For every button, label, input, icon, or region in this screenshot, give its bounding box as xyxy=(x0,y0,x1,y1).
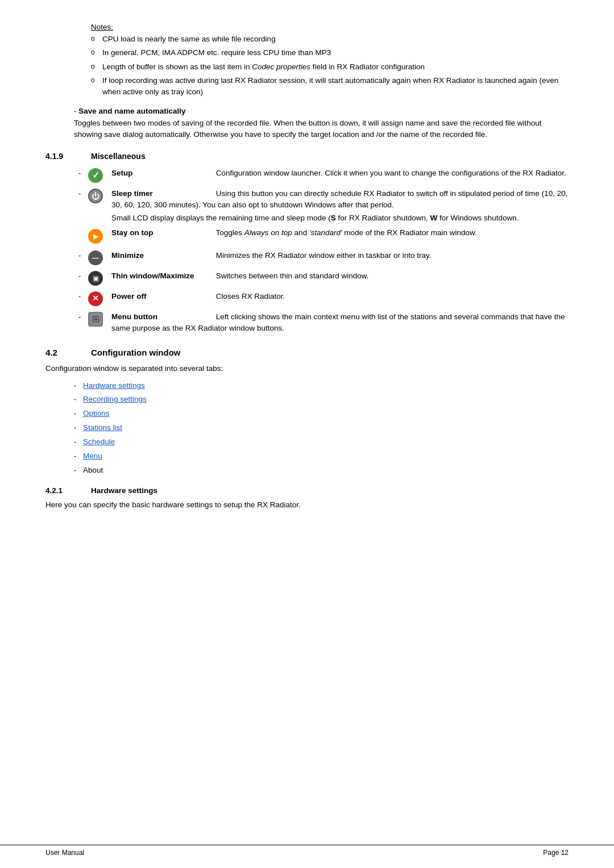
item-dash-min: - xyxy=(74,250,85,261)
menu-icon xyxy=(88,311,103,327)
save-dash: - xyxy=(74,107,78,115)
minimize-desc: Minimizes the RX Radiator window either … xyxy=(216,251,432,260)
stay-desc: Toggles Always on top and 'standard' mod… xyxy=(216,228,477,237)
options-link[interactable]: Options xyxy=(83,409,110,418)
stay-label: Stay on top xyxy=(111,228,214,237)
minimize-label: Minimize xyxy=(111,250,214,261)
footer-right: Page 12 xyxy=(543,849,569,857)
stations-link[interactable]: Stations list xyxy=(83,423,122,432)
section-42-number: 4.2 xyxy=(45,348,91,357)
tab-schedule: Schedule xyxy=(74,436,569,449)
section-42-heading: 4.2 Configuration window xyxy=(45,348,569,357)
save-description: Toggles between two modes of saving of t… xyxy=(74,119,541,139)
setup-content: Setup Configuration window launcher. Cli… xyxy=(111,168,569,179)
menu-tab-link[interactable]: Menu xyxy=(83,452,102,460)
schedule-link[interactable]: Schedule xyxy=(83,437,115,446)
section-421-number: 4.2.1 xyxy=(45,486,91,495)
tab-about: About xyxy=(74,464,569,477)
minimize-content: Minimize Minimizes the RX Radiator windo… xyxy=(111,250,569,261)
thin-desc: Switches between thin and standard windo… xyxy=(216,272,369,280)
hardware-description: Here you can specify the basic hardware … xyxy=(45,499,569,511)
menu-label: Menu button xyxy=(111,311,214,323)
stay-icon xyxy=(88,228,103,244)
config-intro: Configuration window is separated into s… xyxy=(45,363,569,374)
tab-recording: Recording settings xyxy=(74,393,569,406)
notes-label: Notes: xyxy=(91,23,113,31)
section-419-title: Miscellaneous xyxy=(91,152,146,161)
power-label: Power off xyxy=(111,291,214,302)
item-dash-menu: - xyxy=(74,311,85,323)
sleep-extra: Small LCD display displays the remaining… xyxy=(111,212,569,224)
notes-item-1: CPU load is nearly the same as while fil… xyxy=(91,34,569,45)
notes-item-2: In general, PCM, IMA ADPCM etc. require … xyxy=(91,47,569,59)
tab-options: Options xyxy=(74,407,569,420)
tab-menu: Menu xyxy=(74,450,569,463)
power-desc: Closes RX Radiator. xyxy=(216,292,285,301)
thin-content: Thin window/Maximize Switches between th… xyxy=(111,270,569,282)
save-title: Save and name automatically xyxy=(78,107,185,115)
sleep-content: Sleep timer Using this button you can di… xyxy=(111,188,569,224)
item-dash-thin: - xyxy=(74,270,85,282)
setup-icon xyxy=(88,168,103,183)
hardware-link[interactable]: Hardware settings xyxy=(83,381,145,390)
section-419-heading: 4.1.9 Miscellaneous xyxy=(45,152,569,161)
item-menu: - Menu button Left clicking shows the ma… xyxy=(74,311,569,335)
tab-hardware: Hardware settings xyxy=(74,379,569,393)
sleep-label: Sleep timer xyxy=(111,188,214,199)
minimize-icon xyxy=(88,250,103,266)
section-421: 4.2.1 Hardware settings Here you can spe… xyxy=(45,486,569,511)
footer-left: User Manual xyxy=(45,849,84,857)
sleep-icon xyxy=(88,188,103,204)
item-dash-power: - xyxy=(74,291,85,302)
setup-label: Setup xyxy=(111,168,214,179)
notes-item-3: Length of buffer is shown as the last it… xyxy=(91,61,569,73)
notes-list: CPU load is nearly the same as while fil… xyxy=(91,34,569,98)
page-footer: User Manual Page 12 xyxy=(0,845,614,857)
menu-content: Menu button Left clicking shows the main… xyxy=(111,311,569,335)
item-minimize: - Minimize Minimizes the RX Radiator win… xyxy=(74,250,569,266)
notes-item-4: If loop recording was active during last… xyxy=(91,75,569,98)
thin-label: Thin window/Maximize xyxy=(111,270,214,282)
item-sleep: - Sleep timer Using this button you can … xyxy=(74,188,569,224)
setup-desc: Configuration window launcher. Click it … xyxy=(216,169,566,177)
item-thin: - Thin window/Maximize Switches between … xyxy=(74,270,569,286)
item-power: - Power off Closes RX Radiator. xyxy=(74,291,569,307)
item-dash-sleep: - xyxy=(74,188,85,199)
about-label: About xyxy=(83,466,103,474)
section-419-number: 4.1.9 xyxy=(45,152,91,161)
recording-link[interactable]: Recording settings xyxy=(83,395,147,403)
section-421-title: Hardware settings xyxy=(91,486,157,495)
power-content: Power off Closes RX Radiator. xyxy=(111,291,569,302)
section-42-title: Configuration window xyxy=(91,348,180,357)
item-setup: - Setup Configuration window launcher. C… xyxy=(74,168,569,183)
stay-content: Stay on top Toggles Always on top and 's… xyxy=(111,228,569,237)
item-stay: Stay on top Toggles Always on top and 's… xyxy=(85,228,569,244)
power-icon xyxy=(88,291,103,307)
save-section: - Save and name automatically Toggles be… xyxy=(74,106,569,140)
section-421-heading: 4.2.1 Hardware settings xyxy=(45,486,569,495)
config-tabs-list: Hardware settings Recording settings Opt… xyxy=(74,379,569,478)
item-dash: - xyxy=(74,168,85,179)
tab-stations: Stations list xyxy=(74,422,569,435)
section-42: 4.2 Configuration window Configuration w… xyxy=(45,348,569,477)
thin-icon xyxy=(88,270,103,286)
